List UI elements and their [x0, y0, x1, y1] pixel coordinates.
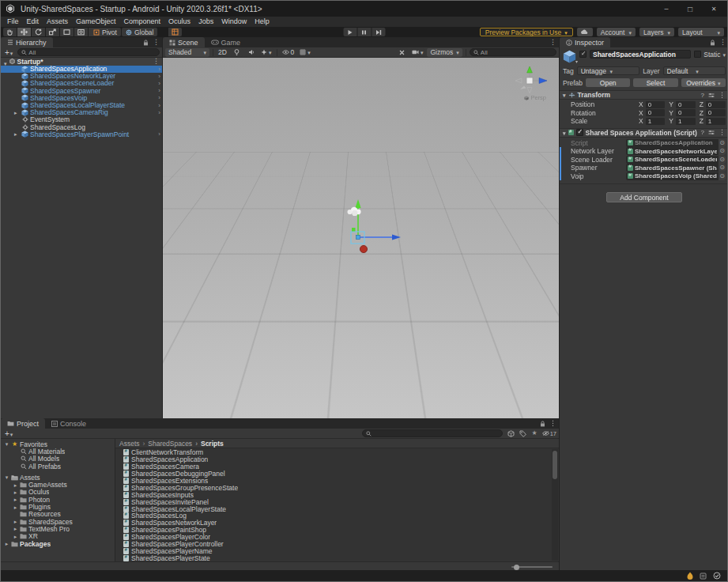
icon-size-slider[interactable]: [511, 566, 553, 568]
prefab-chevron-icon[interactable]: [154, 130, 160, 138]
2d-toggle-button[interactable]: 2D: [217, 48, 228, 57]
prefab-chevron-icon[interactable]: [154, 94, 160, 101]
grid-settings-dropdown[interactable]: [298, 48, 312, 57]
scene-tools-button[interactable]: [396, 48, 408, 57]
object-picker-icon[interactable]: [719, 172, 726, 180]
expand-arrow-icon[interactable]: [13, 482, 18, 488]
close-button[interactable]: [702, 1, 726, 17]
hand-tool-button[interactable]: [3, 28, 17, 36]
menu-item[interactable]: Oculus: [164, 17, 194, 27]
project-tree-item[interactable]: All Models: [1, 455, 115, 463]
expand-arrow-icon[interactable]: [13, 526, 18, 531]
x-value-field[interactable]: 0: [646, 109, 666, 116]
help-icon[interactable]: ?: [701, 129, 704, 136]
prefab-select-button[interactable]: Select: [633, 78, 677, 87]
minimize-button[interactable]: [654, 1, 678, 17]
project-search[interactable]: [362, 429, 503, 437]
z-value-field[interactable]: 0: [706, 109, 726, 116]
object-reference-field[interactable]: SharedSpacesApplication: [626, 139, 726, 147]
breadcrumb-segment[interactable]: Scripts: [192, 440, 224, 448]
expand-arrow-icon[interactable]: [13, 534, 18, 539]
x-value-field[interactable]: 0: [646, 101, 666, 108]
y-value-field[interactable]: 0: [676, 109, 696, 116]
script-component-header[interactable]: Shared Spaces Application (Script) ?: [560, 128, 728, 138]
expand-arrow-icon[interactable]: [13, 505, 18, 510]
project-tree-item[interactable]: All Materials: [1, 448, 115, 455]
pause-button[interactable]: [357, 28, 371, 36]
x-value-field[interactable]: 1: [646, 118, 666, 125]
move-tool-button[interactable]: [17, 28, 31, 36]
prefab-chevron-icon[interactable]: [154, 80, 160, 87]
slider-knob[interactable]: [514, 565, 519, 570]
project-tree-item[interactable]: GameAssets: [1, 481, 115, 488]
panel-menu-button[interactable]: [549, 39, 556, 46]
y-value-field[interactable]: 0: [676, 101, 696, 108]
component-enabled-checkbox[interactable]: [576, 129, 583, 136]
presets-icon[interactable]: [708, 130, 715, 135]
project-tree-item[interactable]: Favorites: [1, 440, 115, 448]
object-reference-field[interactable]: SharedSpacesVoip (Shared Spac: [626, 172, 726, 180]
layer-dropdown[interactable]: Default: [663, 66, 726, 75]
rotate-tool-button[interactable]: [32, 28, 45, 36]
search-by-label-icon[interactable]: [519, 430, 526, 437]
scene-search-input[interactable]: [481, 49, 553, 56]
scale-tool-button[interactable]: [46, 28, 59, 36]
menu-item[interactable]: Assets: [43, 17, 72, 27]
tab-hierarchy[interactable]: Hierarchy: [1, 37, 53, 47]
hierarchy-search-input[interactable]: [28, 49, 156, 56]
gizmos-dropdown[interactable]: Gizmos: [427, 48, 462, 57]
project-tree-item[interactable]: Assets: [1, 474, 115, 481]
breadcrumb-segment[interactable]: Assets: [119, 440, 140, 448]
menu-item[interactable]: GameObject: [72, 17, 120, 27]
scene-search[interactable]: [470, 48, 556, 56]
expand-arrow-icon[interactable]: [13, 489, 18, 495]
project-tree-item[interactable]: Oculus: [1, 489, 115, 496]
object-reference-field[interactable]: SharedSpacesSpawner (Shared S: [626, 164, 726, 172]
project-tree-item[interactable]: SharedSpaces: [1, 518, 115, 525]
z-value-field[interactable]: 0: [706, 101, 726, 108]
cloud-collab-button[interactable]: [577, 28, 593, 36]
menu-item[interactable]: Window: [217, 17, 251, 27]
object-reference-field[interactable]: SharedSpacesNetworkLayer (Sh: [626, 147, 726, 155]
project-tree-item[interactable]: All Prefabs: [1, 463, 115, 470]
menu-item[interactable]: Help: [251, 17, 273, 27]
transform-tool-button[interactable]: [74, 28, 88, 36]
audio-toggle-button[interactable]: [245, 48, 257, 57]
tab-console[interactable]: Console: [45, 418, 92, 429]
expand-arrow-icon[interactable]: [4, 474, 9, 480]
file-list-scrollbar[interactable]: [552, 449, 558, 561]
presets-icon[interactable]: [708, 93, 715, 98]
menu-item[interactable]: Component: [120, 17, 165, 27]
editor-tools-button[interactable]: [168, 28, 182, 36]
static-checkbox[interactable]: [694, 51, 701, 58]
object-picker-icon[interactable]: [719, 156, 726, 164]
z-value-field[interactable]: 1: [706, 118, 726, 125]
expand-arrow-icon[interactable]: [14, 131, 20, 137]
expand-arrow-icon[interactable]: [4, 441, 9, 447]
scene-menu-button[interactable]: [153, 58, 160, 65]
prefab-chevron-icon[interactable]: [154, 109, 160, 116]
lock-icon[interactable]: [143, 40, 149, 46]
hierarchy-item[interactable]: SharedSpacesPlayerSpawnPoint: [1, 130, 162, 138]
camera-projection-label[interactable]: Persp: [524, 94, 546, 101]
prefab-chevron-icon[interactable]: [154, 66, 160, 73]
account-dropdown[interactable]: Account: [597, 28, 636, 36]
create-asset-button[interactable]: +: [3, 429, 14, 438]
scene-header-row[interactable]: Startup*: [1, 58, 162, 66]
prefab-chevron-icon[interactable]: [154, 102, 160, 109]
project-search-input[interactable]: [373, 430, 499, 437]
expand-arrow-icon[interactable]: [14, 110, 20, 115]
cache-server-icon[interactable]: [700, 573, 707, 580]
project-tree-item[interactable]: XR: [1, 533, 115, 540]
global-toggle-button[interactable]: Global: [122, 28, 158, 36]
scene-visibility-button[interactable]: 0: [281, 48, 296, 57]
prefab-open-button[interactable]: Open: [586, 78, 630, 87]
project-tree-item[interactable]: TextMesh Pro: [1, 525, 115, 532]
tag-dropdown[interactable]: Untagged: [577, 66, 640, 75]
project-tree-item[interactable]: Resources: [1, 511, 115, 518]
lock-icon[interactable]: [710, 40, 715, 46]
menu-item[interactable]: Jobs: [194, 17, 217, 27]
save-search-icon[interactable]: [531, 430, 537, 436]
static-dropdown[interactable]: Static: [694, 51, 726, 59]
gameobject-name-field[interactable]: [590, 50, 691, 59]
